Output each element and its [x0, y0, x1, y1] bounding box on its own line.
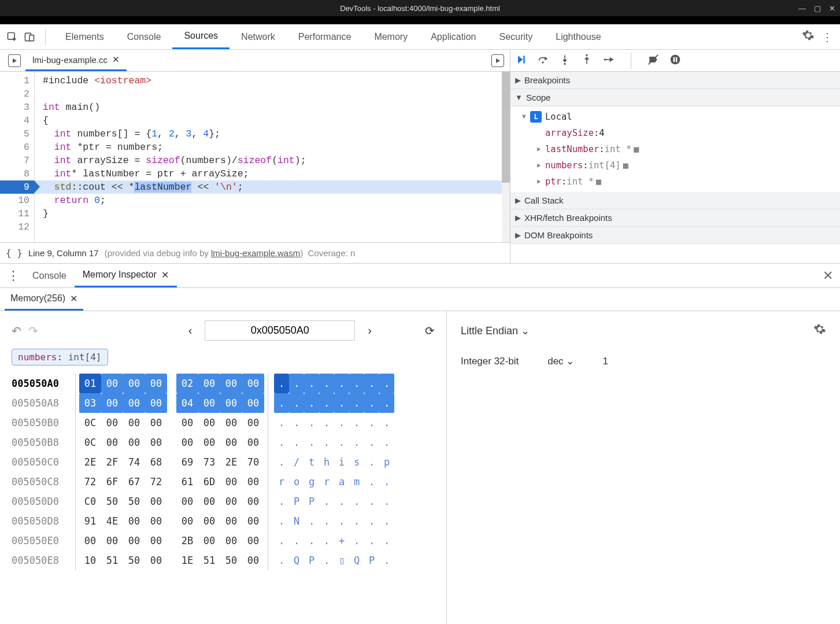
- debugger-toggle-icon[interactable]: [491, 54, 504, 67]
- hex-viewer[interactable]: 005050A00100000002000000........005050A8…: [12, 374, 435, 570]
- chevron-down-icon: ⌄: [521, 325, 530, 337]
- svg-marker-9: [563, 60, 567, 62]
- window-title: DevTools - localhost:4000/lmi-bug-exampl…: [340, 4, 500, 13]
- drawer-tabstrip: ⋮ ConsoleMemory Inspector✕ ✕: [0, 264, 840, 288]
- close-window-icon[interactable]: ✕: [829, 4, 835, 13]
- hex-row[interactable]: 005050E0000000002B000000....+...: [12, 531, 435, 551]
- hex-row[interactable]: 005050E8105150001E515000.QP.▯QP.: [12, 551, 435, 570]
- scope-var[interactable]: ▶lastNumber: int *▦: [537, 141, 840, 157]
- step-over-icon[interactable]: [537, 54, 549, 67]
- redo-icon[interactable]: ↷: [28, 324, 38, 338]
- callstack-panel-header[interactable]: ▶Call Stack: [510, 192, 840, 209]
- breakpoints-panel-header[interactable]: ▶Breakpoints: [510, 72, 840, 89]
- tab-memory[interactable]: Memory: [362, 24, 419, 49]
- svg-point-8: [542, 61, 543, 63]
- tab-sources[interactable]: Sources: [172, 24, 230, 49]
- tab-network[interactable]: Network: [230, 24, 287, 49]
- scope-panel-header[interactable]: ▼Scope: [510, 89, 840, 106]
- tab-performance[interactable]: Performance: [287, 24, 363, 49]
- main-tabstrip: ElementsConsoleSourcesNetworkPerformance…: [0, 24, 840, 50]
- svg-marker-4: [496, 58, 500, 63]
- refresh-icon[interactable]: ⟳: [425, 324, 435, 338]
- undo-icon[interactable]: ↶: [12, 324, 21, 338]
- drawer-tab-console[interactable]: Console: [24, 264, 75, 287]
- close-drawer-icon[interactable]: ✕: [823, 268, 833, 283]
- navigator-toggle-icon[interactable]: [8, 54, 21, 67]
- next-page-icon[interactable]: ›: [362, 324, 378, 337]
- device-toolbar-icon[interactable]: [22, 29, 37, 45]
- xhr-breakpoints-header[interactable]: ▶XHR/fetch Breakpoints: [510, 209, 840, 227]
- line-gutter: 123456789101112: [0, 72, 35, 242]
- tab-console[interactable]: Console: [116, 24, 173, 49]
- more-vert-icon[interactable]: ⋮: [819, 29, 835, 45]
- svg-rect-2: [29, 35, 34, 40]
- pretty-print-icon[interactable]: { }: [6, 248, 23, 259]
- debug-info-link[interactable]: lmi-bug-example.wasm: [211, 248, 300, 258]
- dom-breakpoints-header[interactable]: ▶DOM Breakpoints: [510, 227, 840, 244]
- scrollbar[interactable]: [502, 72, 510, 242]
- tab-elements[interactable]: Elements: [54, 24, 116, 49]
- file-tab-name: lmi-bug-example.cc: [32, 55, 108, 65]
- pause-on-exceptions-icon[interactable]: [669, 54, 681, 67]
- drawer-tab-memory-inspector[interactable]: Memory Inspector✕: [75, 264, 177, 287]
- svg-point-16: [671, 55, 680, 65]
- close-icon[interactable]: ✕: [70, 293, 77, 304]
- reveal-memory-icon[interactable]: ▦: [623, 157, 628, 173]
- svg-marker-3: [13, 58, 17, 63]
- settings-gear-icon[interactable]: [800, 28, 817, 46]
- code-editor[interactable]: #include <iostream>int main(){ int numbe…: [35, 72, 502, 242]
- step-into-icon[interactable]: [559, 54, 571, 67]
- integer-value: 1: [603, 356, 608, 367]
- close-icon[interactable]: ✕: [161, 269, 169, 280]
- svg-marker-13: [610, 57, 614, 62]
- hex-row[interactable]: 005050A00100000002000000........: [12, 374, 435, 393]
- hex-row[interactable]: 005050C02E2F746869732E70./this.p: [12, 452, 435, 472]
- scope-var[interactable]: ▶numbers: int[4]▦: [537, 157, 840, 173]
- integer-type-label: Integer 32-bit: [461, 356, 519, 367]
- endian-selector[interactable]: Little Endian ⌄: [461, 324, 530, 337]
- more-vert-icon[interactable]: ⋮: [2, 268, 24, 283]
- tab-application[interactable]: Application: [419, 24, 487, 49]
- svg-marker-5: [518, 56, 523, 63]
- deactivate-breakpoints-icon[interactable]: [647, 54, 659, 67]
- inspect-element-icon[interactable]: [5, 29, 20, 45]
- repr-selector[interactable]: dec⌄: [547, 355, 573, 367]
- variable-badge[interactable]: numbers: int[4]: [12, 349, 108, 365]
- cursor-position: Line 9, Column 17: [28, 248, 99, 258]
- chevron-down-icon: ⌄: [566, 355, 574, 367]
- svg-marker-7: [545, 57, 547, 61]
- step-icon[interactable]: [603, 54, 615, 67]
- prev-page-icon[interactable]: ‹: [183, 324, 198, 337]
- status-bar: { } Line 9, Column 17 (provided via debu…: [0, 242, 510, 263]
- hex-row[interactable]: 005050A80300000004000000........: [12, 393, 435, 413]
- memory-address-input[interactable]: [205, 320, 355, 341]
- maximize-icon[interactable]: ▢: [814, 4, 821, 13]
- debugger-toolbar: [510, 50, 840, 72]
- hex-row[interactable]: 005050D0C050500000000000.PP.....: [12, 492, 435, 511]
- svg-point-14: [604, 58, 606, 60]
- scope-var[interactable]: ▶ptr: int *▦: [537, 173, 840, 190]
- step-out-icon[interactable]: [581, 54, 593, 67]
- window-titlebar: DevTools - localhost:4000/lmi-bug-exampl…: [0, 0, 840, 16]
- resume-icon[interactable]: [515, 54, 527, 67]
- close-icon[interactable]: ✕: [112, 54, 120, 65]
- hex-row[interactable]: 005050D8914E000000000000.N......: [12, 511, 435, 531]
- minimize-icon[interactable]: —: [798, 4, 806, 13]
- tab-lighthouse[interactable]: Lighthouse: [544, 24, 612, 49]
- tab-security[interactable]: Security: [487, 24, 544, 49]
- svg-rect-18: [676, 57, 678, 62]
- reveal-memory-icon[interactable]: ▦: [634, 141, 639, 157]
- svg-rect-6: [523, 56, 525, 63]
- hex-row[interactable]: 005050B00C00000000000000........: [12, 413, 435, 433]
- svg-rect-17: [674, 57, 675, 62]
- file-tab[interactable]: lmi-bug-example.cc ✕: [25, 50, 127, 71]
- scope-local[interactable]: ▼LLocal: [522, 109, 840, 125]
- hex-row[interactable]: 005050B80C00000000000000........: [12, 433, 435, 452]
- reveal-memory-icon[interactable]: ▦: [596, 173, 601, 190]
- svg-point-12: [586, 54, 587, 56]
- local-badge-icon: L: [530, 111, 542, 123]
- settings-gear-icon[interactable]: [813, 323, 826, 339]
- memory-tab[interactable]: Memory(256) ✕: [5, 288, 83, 311]
- hex-row[interactable]: 005050C8726F6772616D0000rogram..: [12, 472, 435, 492]
- scope-var[interactable]: arraySize: 4: [537, 125, 840, 141]
